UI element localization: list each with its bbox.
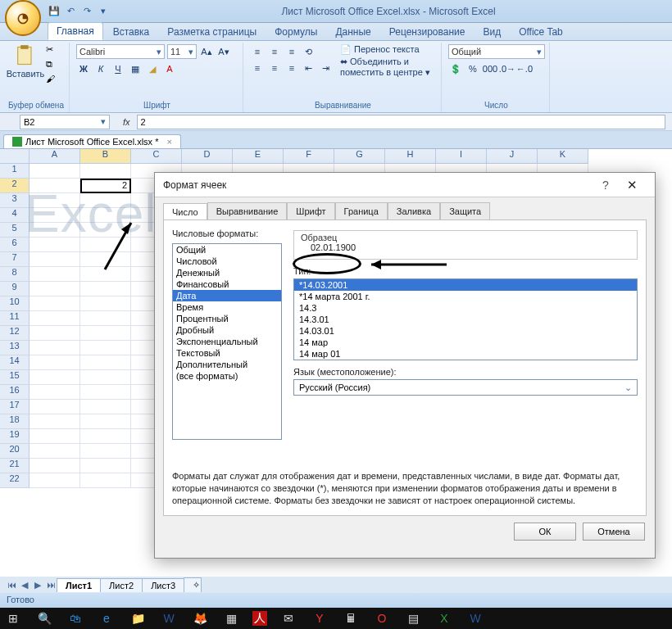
format-list-item[interactable]: Время (173, 301, 281, 313)
column-header[interactable]: J (487, 149, 538, 164)
increase-decimal-icon[interactable]: .0→ (500, 61, 515, 76)
italic-icon[interactable]: К (93, 61, 108, 76)
opera-icon[interactable]: O (372, 609, 392, 628)
totalcmd-icon[interactable]: ▤ (403, 609, 423, 628)
cell[interactable] (80, 459, 131, 473)
cell[interactable] (80, 370, 131, 385)
workbook-tab[interactable]: Лист Microsoft Office Excel.xlsx * × (3, 134, 181, 148)
format-list-item[interactable]: Дата (173, 290, 281, 301)
new-sheet-icon[interactable]: ✧ (184, 577, 202, 592)
row-header[interactable]: 21 (0, 459, 30, 473)
cell[interactable] (30, 459, 80, 473)
row-header[interactable]: 20 (0, 444, 30, 459)
cell[interactable] (30, 238, 80, 252)
cell[interactable] (30, 341, 80, 355)
align-right-icon[interactable]: ≡ (284, 61, 299, 75)
ribbon-tab-officetab[interactable]: Office Tab (511, 24, 571, 40)
sheet-tab-2[interactable]: Лист2 (100, 578, 143, 592)
explorer-icon[interactable]: 📁 (128, 609, 148, 628)
close-tab-icon[interactable]: × (166, 137, 171, 147)
dialog-tab-number[interactable]: Число (163, 203, 207, 220)
format-list-item[interactable]: Числовой (173, 256, 281, 267)
font-size-combo[interactable]: 11▾ (167, 44, 197, 59)
row-header[interactable]: 1 (0, 164, 30, 179)
cell[interactable] (80, 385, 131, 400)
sheet-tab-1[interactable]: Лист1 (57, 578, 101, 592)
cell[interactable] (80, 444, 131, 459)
cell[interactable] (30, 267, 80, 282)
decrease-font-icon[interactable]: A▾ (216, 44, 231, 59)
word2-tb-icon[interactable]: W (465, 609, 485, 628)
row-header[interactable]: 17 (0, 400, 30, 414)
row-header[interactable]: 2 (0, 179, 30, 193)
word-tb-icon[interactable]: W (159, 609, 179, 628)
row-header[interactable]: 9 (0, 282, 30, 296)
save-icon[interactable]: 💾 (48, 5, 61, 18)
cell[interactable] (30, 223, 80, 238)
cell[interactable]: 2 (80, 179, 131, 193)
type-list-item[interactable]: 14.3 (294, 302, 637, 314)
cell[interactable] (30, 429, 80, 444)
dialog-tab-fill[interactable]: Заливка (388, 202, 440, 219)
cancel-button[interactable]: Отмена (583, 523, 645, 541)
number-format-combo[interactable]: Общий▾ (448, 44, 545, 59)
ribbon-tab-formulas[interactable]: Формулы (266, 24, 325, 40)
format-list-item[interactable]: Денежный (173, 267, 281, 278)
merge-center-button[interactable]: ⬌ Объединить и поместить в центре ▾ (340, 57, 436, 78)
format-painter-icon[interactable]: 🖌 (46, 74, 59, 87)
align-middle-icon[interactable]: ≡ (267, 44, 282, 59)
dialog-tab-border[interactable]: Граница (335, 202, 388, 219)
sheet-tab-3[interactable]: Лист3 (142, 578, 184, 592)
mail-icon[interactable]: ✉ (279, 609, 298, 628)
row-header[interactable]: 10 (0, 296, 30, 311)
underline-icon[interactable]: Ч (111, 61, 125, 76)
align-bottom-icon[interactable]: ≡ (284, 44, 299, 59)
sheet-nav-prev-icon[interactable]: ◀ (18, 580, 31, 591)
row-header[interactable]: 16 (0, 385, 30, 400)
store-icon[interactable]: 🛍 (66, 609, 85, 628)
row-header[interactable]: 5 (0, 223, 30, 238)
cell[interactable] (80, 429, 131, 444)
column-header[interactable]: I (436, 149, 487, 164)
column-header[interactable]: G (334, 149, 385, 164)
cell[interactable] (30, 208, 80, 223)
dialog-tab-alignment[interactable]: Выравнивание (207, 202, 288, 219)
cell[interactable] (30, 296, 80, 311)
undo-icon[interactable]: ↶ (64, 5, 77, 18)
calc-icon[interactable]: 🖩 (341, 609, 361, 628)
adobe-icon[interactable]: 人 (252, 611, 267, 626)
qat-dropdown-icon[interactable]: ▾ (97, 5, 110, 18)
cell[interactable] (80, 400, 131, 414)
cell[interactable] (30, 326, 80, 341)
ribbon-tab-review[interactable]: Рецензирование (381, 24, 474, 40)
ribbon-tab-data[interactable]: Данные (327, 24, 379, 40)
font-color-icon[interactable]: A (162, 61, 177, 76)
align-top-icon[interactable]: ≡ (250, 44, 265, 59)
decrease-decimal-icon[interactable]: ←.0 (517, 61, 532, 76)
column-header[interactable]: F (284, 149, 334, 164)
cell[interactable] (30, 400, 80, 414)
row-header[interactable]: 13 (0, 341, 30, 355)
type-list-item[interactable]: *14 марта 2001 г. (294, 291, 637, 302)
ribbon-tab-view[interactable]: Вид (474, 24, 509, 40)
fx-icon[interactable]: fx (123, 117, 130, 127)
ribbon-tab-page-layout[interactable]: Разметка страницы (159, 24, 265, 40)
row-header[interactable]: 18 (0, 414, 30, 429)
language-combo[interactable]: Русский (Россия) ⌄ (293, 379, 638, 396)
type-list-item[interactable]: 14 мар 01 (294, 348, 637, 360)
yandex-icon[interactable]: Y (310, 609, 329, 628)
type-list-item[interactable]: 14 мар (294, 337, 637, 348)
type-list[interactable]: *14.03.2001*14 марта 2001 г.14.314.3.011… (293, 278, 638, 360)
row-header[interactable]: 19 (0, 429, 30, 444)
cell[interactable] (80, 341, 131, 355)
cell[interactable] (80, 193, 131, 208)
cell[interactable] (80, 473, 131, 488)
cell[interactable] (30, 385, 80, 400)
column-header[interactable]: K (538, 149, 588, 164)
number-formats-list[interactable]: ОбщийЧисловойДенежныйФинансовыйДатаВремя… (172, 243, 282, 440)
ok-button[interactable]: ОК (514, 523, 576, 541)
format-list-item[interactable]: Финансовый (173, 278, 281, 290)
currency-icon[interactable]: 💲 (448, 61, 463, 76)
type-list-item[interactable]: 14.3.01 (294, 314, 637, 325)
row-header[interactable]: 12 (0, 326, 30, 341)
